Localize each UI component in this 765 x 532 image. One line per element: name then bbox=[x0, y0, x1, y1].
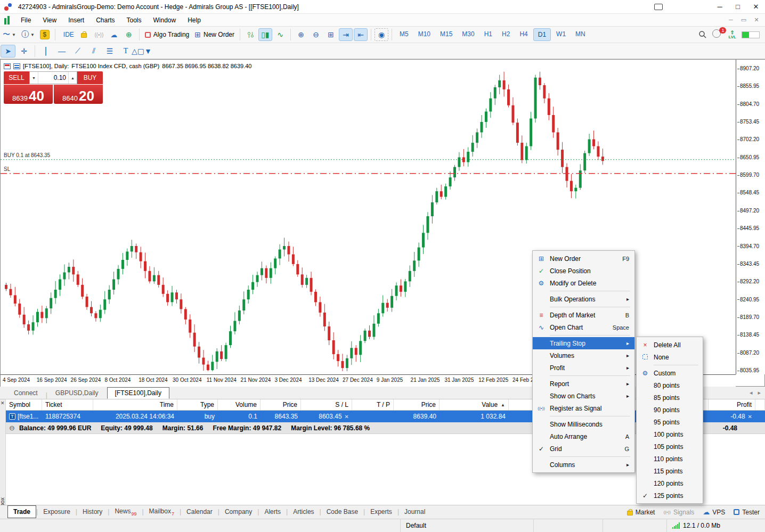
context-menu-item-trailing-stop[interactable]: Trailing Stop▸ bbox=[533, 337, 634, 349]
timeframe-m10[interactable]: M10 bbox=[414, 28, 435, 41]
notifications-icon[interactable]: 1 bbox=[712, 29, 723, 40]
context-menu-item-new-order[interactable]: ⊞New OrderF9 bbox=[533, 252, 634, 265]
child-minimize-icon[interactable]: ─ bbox=[726, 17, 736, 23]
timeframe-m30[interactable]: M30 bbox=[458, 28, 478, 41]
column-header-symbol[interactable]: Symbol bbox=[6, 399, 42, 410]
timeframe-d1[interactable]: D1 bbox=[533, 28, 551, 41]
tab-company[interactable]: Company bbox=[219, 506, 257, 518]
text-tool-icon[interactable]: T bbox=[118, 45, 133, 58]
column-header-s-l[interactable]: S / L bbox=[301, 399, 352, 410]
chart-type-icon[interactable]: 〜▼ bbox=[1, 28, 18, 41]
timeframe-w1[interactable]: W1 bbox=[552, 28, 570, 41]
screenshot-icon[interactable]: ◉ bbox=[375, 28, 388, 41]
submenu-item-115-points[interactable]: 115 points bbox=[637, 465, 703, 477]
position-volume-cell[interactable]: 0.1 bbox=[218, 411, 261, 422]
column-header-price[interactable]: Price bbox=[261, 399, 301, 410]
column-header-value[interactable]: Value▲ bbox=[440, 399, 509, 410]
submenu-item-90-points[interactable]: 90 points bbox=[637, 404, 703, 416]
candlestick-chart-icon[interactable]: ▯▮ bbox=[258, 28, 272, 41]
timeframe-m5[interactable]: M5 bbox=[395, 28, 413, 41]
submenu-item-delete-all[interactable]: ×Delete All bbox=[637, 339, 703, 351]
menu-insert[interactable]: Insert bbox=[62, 14, 90, 26]
context-menu-item-grid[interactable]: ✓GridG bbox=[533, 443, 634, 455]
tester-button[interactable]: Tester bbox=[734, 509, 760, 516]
tab-scroll-left-icon[interactable]: ◂ bbox=[750, 389, 753, 396]
column-header-type[interactable]: Type bbox=[177, 399, 218, 410]
toolbox-close-icon[interactable]: ✕ bbox=[1, 400, 5, 406]
sell-button[interactable]: SELL bbox=[4, 71, 29, 84]
maximize-button[interactable]: □ bbox=[729, 1, 747, 13]
tab-scroll-right-icon[interactable]: ▸ bbox=[758, 389, 761, 396]
child-window-controls[interactable]: ─▭✕ bbox=[726, 17, 762, 23]
submenu-item-80-points[interactable]: 80 points bbox=[637, 379, 703, 391]
tab-code-base[interactable]: Code Base bbox=[321, 506, 363, 518]
submenu-item-95-points[interactable]: 95 points bbox=[637, 416, 703, 428]
signals-button[interactable]: ((•))Signals bbox=[663, 509, 694, 516]
search-icon[interactable] bbox=[698, 30, 707, 39]
position-ticket-cell[interactable]: 1188725374 bbox=[42, 411, 93, 422]
vps-button[interactable]: ☁VPS bbox=[703, 508, 725, 516]
market-icon[interactable] bbox=[77, 28, 91, 41]
close-button[interactable]: ✕ bbox=[747, 1, 765, 13]
crosshair-icon[interactable]: ✛ bbox=[17, 45, 31, 58]
minimize-button[interactable]: ─ bbox=[711, 1, 729, 13]
price-axis[interactable]: 8907.208855.958804.708753.458702.208650.… bbox=[736, 60, 765, 374]
quotes-icon[interactable]: $ bbox=[38, 28, 52, 41]
column-header-t-p[interactable]: T / P bbox=[352, 399, 394, 410]
menu-tools[interactable]: Tools bbox=[121, 14, 148, 26]
column-header-time[interactable]: Time bbox=[93, 399, 177, 410]
indicators-icon[interactable]: ⓘ▼ bbox=[19, 28, 37, 41]
cursor-icon[interactable]: ➤ bbox=[1, 45, 15, 58]
depth-of-market-mini-icon[interactable] bbox=[4, 63, 11, 69]
timeframe-mn[interactable]: MN bbox=[571, 28, 590, 41]
ide-button[interactable]: IDE bbox=[59, 28, 76, 41]
menu-charts[interactable]: Charts bbox=[90, 14, 120, 26]
signals-icon[interactable]: ((•)) bbox=[92, 28, 106, 41]
tab-news[interactable]: News99 bbox=[109, 505, 142, 518]
shapes-icon[interactable]: △▢▼ bbox=[134, 45, 149, 58]
tile-windows-icon[interactable]: ⊞ bbox=[324, 28, 338, 41]
submenu-item-110-points[interactable]: 110 points bbox=[637, 453, 703, 465]
buy-button[interactable]: BUY bbox=[77, 71, 103, 84]
tab-mailbox[interactable]: Mailbox7 bbox=[144, 505, 180, 518]
channel-icon[interactable]: ⫽ bbox=[86, 45, 101, 58]
menu-view[interactable]: View bbox=[37, 14, 62, 26]
zoom-in-icon[interactable]: ⊕ bbox=[294, 28, 308, 41]
screen-share-icon[interactable] bbox=[654, 4, 663, 10]
position-value-cell[interactable]: 1 032.84 bbox=[440, 411, 509, 422]
context-menu-item-depth-of-market[interactable]: ≡Depth of MarketB bbox=[533, 309, 634, 321]
menu-help[interactable]: Help bbox=[182, 14, 207, 26]
tab-journal[interactable]: Journal bbox=[399, 506, 430, 518]
tab-exposure[interactable]: Exposure bbox=[38, 506, 76, 518]
context-menu-item-auto-arrange[interactable]: Auto ArrangeA bbox=[533, 430, 634, 443]
submenu-item-105-points[interactable]: 105 points bbox=[637, 440, 703, 453]
position-profit-cell[interactable]: -0.48✕ bbox=[709, 411, 755, 422]
new-order-button[interactable]: ⊞New Order bbox=[192, 28, 237, 41]
zoom-out-icon[interactable]: ⊖ bbox=[309, 28, 323, 41]
fibonacci-icon[interactable]: ☰ bbox=[102, 45, 117, 58]
context-menu-item-register-as-signal[interactable]: ((•))Register as Signal bbox=[533, 402, 634, 414]
chart-tab-connect[interactable]: Connect bbox=[6, 387, 45, 399]
chart-tab--ftse100-daily[interactable]: [FTSE100],Daily bbox=[107, 387, 169, 399]
lvl-icon[interactable]: ⇧LVL bbox=[728, 30, 736, 39]
collapse-icon[interactable]: ⊖ bbox=[9, 424, 15, 432]
tab-articles[interactable]: Articles bbox=[288, 506, 319, 518]
submenu-item-120-points[interactable]: 120 points bbox=[637, 477, 703, 489]
context-menu-item-show-milliseconds[interactable]: Show Milliseconds bbox=[533, 418, 634, 430]
context-menu-item-modify-or-delete[interactable]: ⚙Modify or Delete bbox=[533, 277, 634, 289]
one-click-mini-icon[interactable] bbox=[13, 63, 20, 69]
bar-chart-icon[interactable]: ⫯⫰ bbox=[243, 28, 257, 41]
column-header-volume[interactable]: Volume bbox=[218, 399, 261, 410]
volume-down-stepper[interactable]: ▼ bbox=[30, 72, 38, 84]
market-button[interactable]: Market bbox=[627, 509, 655, 516]
position-price-cell[interactable]: 8643.35 bbox=[261, 411, 301, 422]
tab-calendar[interactable]: Calendar bbox=[181, 506, 218, 518]
column-header-ticket[interactable]: Ticket bbox=[42, 399, 93, 410]
submenu-item-85-points[interactable]: 85 points bbox=[637, 391, 703, 404]
child-restore-icon[interactable]: ▭ bbox=[738, 17, 749, 23]
chart-tab-gbpusd-daily[interactable]: GBPUSD,Daily bbox=[48, 387, 106, 399]
trendline-icon[interactable]: ⟋ bbox=[70, 45, 85, 58]
tab-trade[interactable]: Trade bbox=[7, 505, 36, 518]
child-close-icon[interactable]: ✕ bbox=[751, 17, 762, 23]
buy-price[interactable]: 8640 20 bbox=[54, 85, 103, 104]
